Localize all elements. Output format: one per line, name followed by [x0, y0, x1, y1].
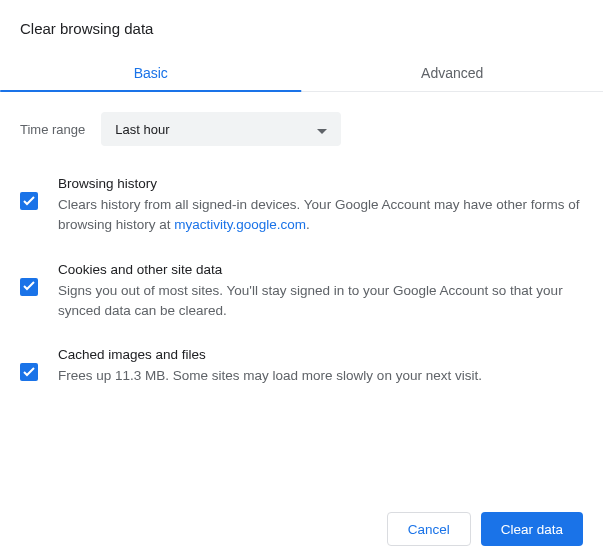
dialog-title: Clear browsing data	[0, 0, 603, 53]
option-desc: Frees up 11.3 MB. Some sites may load mo…	[58, 366, 583, 386]
cancel-button[interactable]: Cancel	[387, 512, 471, 546]
dialog-content: Time range Last hour Browsing history Cl…	[0, 92, 603, 432]
checkbox-cache[interactable]	[20, 363, 38, 381]
checkbox-browsing-history[interactable]	[20, 192, 38, 210]
check-icon	[23, 365, 35, 380]
time-range-row: Time range Last hour	[20, 112, 583, 146]
option-text: Cookies and other site data Signs you ou…	[58, 262, 583, 322]
dialog-footer: Cancel Clear data	[387, 512, 583, 546]
option-cache: Cached images and files Frees up 11.3 MB…	[20, 347, 583, 386]
time-range-value: Last hour	[115, 122, 317, 137]
option-title: Cookies and other site data	[58, 262, 583, 277]
chevron-down-icon	[317, 122, 327, 137]
tab-basic[interactable]: Basic	[0, 53, 302, 91]
option-text: Browsing history Clears history from all…	[58, 176, 583, 236]
tab-bar: Basic Advanced	[0, 53, 603, 92]
option-desc-post: .	[306, 217, 310, 232]
option-cookies: Cookies and other site data Signs you ou…	[20, 262, 583, 322]
option-desc: Clears history from all signed-in device…	[58, 195, 583, 236]
time-range-select[interactable]: Last hour	[101, 112, 341, 146]
option-desc: Signs you out of most sites. You'll stay…	[58, 281, 583, 322]
checkbox-cookies[interactable]	[20, 278, 38, 296]
clear-data-button[interactable]: Clear data	[481, 512, 583, 546]
myactivity-link[interactable]: myactivity.google.com	[174, 217, 306, 232]
check-icon	[23, 194, 35, 209]
check-icon	[23, 279, 35, 294]
option-browsing-history: Browsing history Clears history from all…	[20, 176, 583, 236]
option-desc-pre: Clears history from all signed-in device…	[58, 197, 580, 232]
option-title: Cached images and files	[58, 347, 583, 362]
option-text: Cached images and files Frees up 11.3 MB…	[58, 347, 583, 386]
time-range-label: Time range	[20, 122, 85, 137]
tab-advanced[interactable]: Advanced	[302, 53, 604, 91]
option-title: Browsing history	[58, 176, 583, 191]
